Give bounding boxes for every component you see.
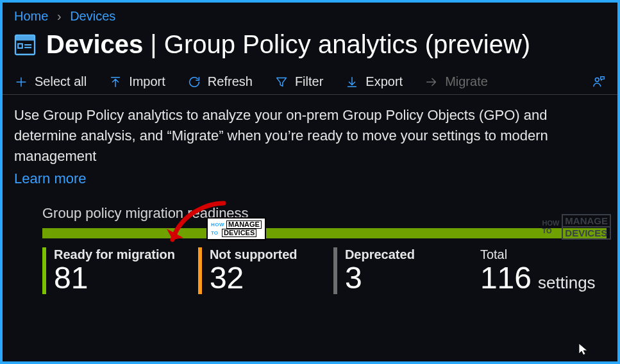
import-button[interactable]: Import — [108, 74, 165, 89]
devices-blade-icon — [12, 31, 38, 58]
migrate-button[interactable]: Migrate — [424, 74, 488, 89]
export-label: Export — [365, 74, 403, 89]
svg-rect-1 — [15, 35, 35, 40]
stat-total: Total 116 settings — [469, 247, 596, 294]
select-all-label: Select all — [35, 74, 87, 89]
filter-icon — [274, 75, 289, 89]
breadcrumb-devices[interactable]: Devices — [70, 9, 115, 23]
stat-ns-value: 32 — [210, 262, 310, 294]
refresh-button[interactable]: Refresh — [187, 74, 253, 89]
filter-button[interactable]: Filter — [274, 74, 323, 89]
plus-icon — [14, 75, 28, 89]
stat-not-supported: Not supported 32 — [198, 247, 310, 294]
stat-total-label: Total — [480, 247, 596, 262]
page-title: Devices | Group Policy analytics (previe… — [46, 30, 530, 59]
refresh-icon — [187, 75, 201, 89]
import-label: Import — [129, 74, 165, 89]
filter-label: Filter — [295, 74, 323, 89]
stat-total-unit: settings — [538, 274, 596, 292]
stat-ready-for-migration: Ready for migration 81 — [42, 247, 175, 294]
stat-total-value: 116 — [480, 262, 532, 294]
mouse-cursor-icon — [578, 342, 589, 356]
stat-ns-label: Not supported — [210, 247, 310, 262]
export-icon — [345, 75, 359, 89]
page-title-secondary: Group Policy analytics (preview) — [164, 30, 530, 58]
stat-deprecated: Deprecated 3 — [333, 247, 446, 294]
breadcrumb: Home › Devices — [3, 3, 617, 26]
description-text: Use Group Policy analytics to analyze yo… — [3, 95, 617, 170]
stat-dep-label: Deprecated — [345, 247, 446, 262]
import-icon — [108, 75, 122, 89]
refresh-label: Refresh — [208, 74, 253, 89]
readiness-progress-bar — [42, 228, 607, 238]
breadcrumb-separator: › — [57, 9, 62, 23]
readiness-stats: Ready for migration 81 Not supported 32 … — [3, 247, 617, 294]
page-title-separator: | — [143, 30, 164, 58]
stat-dep-value: 3 — [345, 262, 446, 294]
export-button[interactable]: Export — [345, 74, 403, 89]
breadcrumb-home[interactable]: Home — [14, 9, 48, 23]
page-title-primary: Devices — [46, 30, 143, 58]
svg-point-5 — [595, 78, 599, 81]
svg-rect-2 — [18, 44, 22, 48]
readiness-section-label: Group policy migration readiness — [3, 191, 617, 228]
page-header: Devices | Group Policy analytics (previe… — [3, 26, 617, 68]
migrate-label: Migrate — [445, 74, 488, 89]
arrow-right-icon — [424, 75, 439, 89]
select-all-button[interactable]: Select all — [14, 74, 87, 89]
feedback-button[interactable] — [592, 75, 606, 89]
person-feedback-icon — [592, 75, 606, 89]
stat-ready-label: Ready for migration — [54, 247, 175, 262]
command-bar: Select all Import Refresh Filter Export … — [3, 68, 617, 95]
stat-ready-value: 81 — [54, 262, 175, 294]
learn-more-link[interactable]: Learn more — [3, 170, 617, 191]
